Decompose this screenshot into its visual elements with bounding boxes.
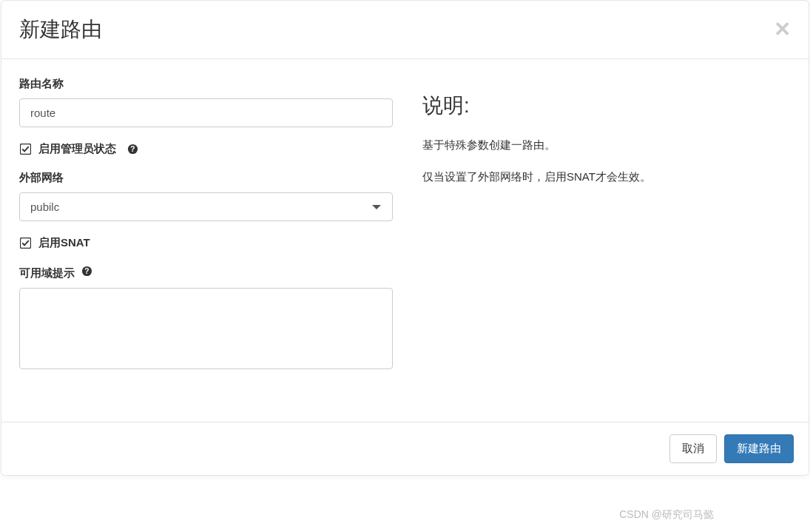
enable-snat-checkbox[interactable]: 启用SNAT [19,236,393,250]
close-button[interactable]: ✕ [774,19,791,40]
external-network-label: 外部网络 [19,171,393,185]
modal-header: 新建路由 ✕ [1,1,809,59]
description-panel: 说明: 基于特殊参数创建一路由。 仅当设置了外部网络时，启用SNAT才会生效。 [422,77,791,404]
availability-zone-select[interactable] [19,288,393,369]
form-panel: 路由名称 启用管理员状态 ? [19,77,393,404]
watermark: CSDN @研究司马懿 [619,508,714,522]
checkbox-checked-icon [19,144,31,155]
svg-text:?: ? [84,267,89,275]
modal-footer: 取消 新建路由 [1,422,809,475]
close-icon: ✕ [774,18,791,41]
help-icon[interactable]: ? [126,144,138,155]
external-network-select[interactable]: pubilc [19,192,393,221]
help-icon[interactable]: ? [81,265,92,277]
create-router-modal: 新建路由 ✕ 路由名称 启用管理员状态 [1,0,809,476]
checkbox-checked-icon [19,238,31,249]
description-line1: 基于特殊参数创建一路由。 [422,135,791,156]
availability-zone-group: 可用域提示 ? [19,265,393,370]
cancel-button[interactable]: 取消 [669,434,717,463]
availability-zone-label: 可用域提示 ? [19,265,393,280]
description-line2: 仅当设置了外部网络时，启用SNAT才会生效。 [422,166,791,188]
svg-text:?: ? [130,145,135,153]
modal-title: 新建路由 [19,16,102,44]
external-network-group: 外部网络 pubilc [19,171,393,221]
route-name-label: 路由名称 [19,77,393,91]
submit-button[interactable]: 新建路由 [724,434,794,463]
route-name-group: 路由名称 [19,77,393,127]
route-name-input[interactable] [19,98,393,127]
admin-state-label: 启用管理员状态 [38,142,116,156]
external-network-select-wrapper: pubilc [19,192,393,221]
description-title: 说明: [422,92,791,120]
admin-state-checkbox[interactable]: 启用管理员状态 ? [19,142,393,156]
modal-body: 路由名称 启用管理员状态 ? [1,59,809,422]
enable-snat-label: 启用SNAT [38,236,90,250]
